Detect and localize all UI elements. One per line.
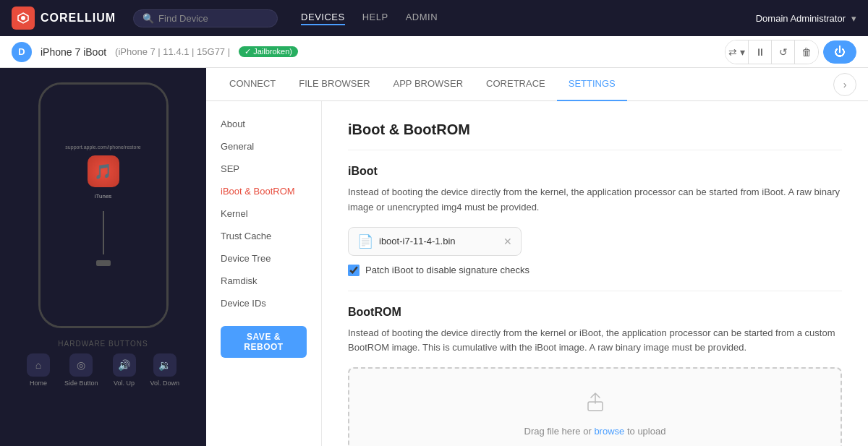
top-navigation: CORELLIUM 🔍 DEVICES HELP ADMIN Domain Ad… [0,0,868,36]
content-row: About General SEP iBoot & BootROM Kernel… [206,101,868,446]
phone-screen: support.apple.com/iphone/restore 🎵 iTune… [41,85,166,326]
usb-cable [103,211,104,254]
phone-frame: support.apple.com/iphone/restore 🎵 iTune… [38,82,169,328]
nav-link-devices[interactable]: DEVICES [301,12,345,25]
tab-coretrace[interactable]: CORETRACE [475,68,557,101]
dropzone-drag-text: Drag file here or [524,426,592,437]
vol-up-icon: 🔊 [113,353,136,377]
settings-sidebar: About General SEP iBoot & BootROM Kernel… [206,101,322,446]
home-icon: ⌂ [27,353,50,377]
home-label: Home [30,379,47,387]
sidebar-item-sep[interactable]: SEP [206,158,321,180]
itunes-icon: 🎵 [88,155,119,187]
tab-connect[interactable]: CONNECT [218,68,287,101]
iboot-section-title: iBoot [348,165,842,178]
bootrom-section: BootROM Instead of booting the device di… [348,306,842,446]
settings-content: iBoot & BootROM iBoot Instead of booting… [322,101,868,446]
vol-up-hw-button[interactable]: 🔊 Vol. Up [113,353,136,387]
iboot-checkbox[interactable] [348,265,359,276]
delete-button[interactable]: 🗑 [795,40,818,64]
file-icon: 📄 [357,233,373,249]
device-panel: support.apple.com/iphone/restore 🎵 iTune… [0,68,206,446]
itunes-label: iTunes [95,193,112,200]
tabs-bar: CONNECT FILE BROWSER APP BROWSER CORETRA… [206,68,868,101]
sidebar-item-iboot-bootrom[interactable]: iBoot & BootROM [206,180,321,202]
logo-text: CORELLIUM [41,12,116,25]
main-layout: support.apple.com/iphone/restore 🎵 iTune… [0,68,868,446]
device-meta: (iPhone 7 | 11.4.1 | 15G77 | [115,46,230,57]
side-label: Side Button [64,379,98,387]
iboot-description: Instead of booting the device directly f… [348,185,842,215]
sidebar-item-general[interactable]: General [206,135,321,158]
search-input[interactable] [158,13,260,24]
page-title: iBoot & BootROM [348,121,842,150]
iboot-checkbox-row: Patch iBoot to disable signature checks [348,265,842,276]
vol-down-hw-button[interactable]: 🔉 Vol. Down [150,353,180,387]
sidebar-item-device-tree[interactable]: Device Tree [206,247,321,270]
jailbreak-badge: ✓ Jailbroken) [239,46,298,57]
nav-link-help[interactable]: HELP [362,12,388,25]
bootrom-section-title: BootROM [348,306,842,319]
user-menu[interactable]: Domain Administrator ▾ [756,13,856,24]
hardware-buttons-label: HARDWARE BUTTONS [58,340,148,348]
tab-settings[interactable]: SETTINGS [557,68,627,101]
sidebar-item-kernel[interactable]: Kernel [206,202,321,225]
device-actions: ⇄ ▾ ⏸ ↺ 🗑 ⏻ [725,40,856,64]
svg-point-1 [21,16,25,20]
save-reboot-button[interactable]: SAVE & REBOOT [221,326,307,358]
pause-button[interactable]: ⏸ [749,40,772,64]
avatar: D [12,42,32,62]
section-divider [348,291,842,291]
user-label: Domain Administrator [756,13,846,24]
sidebar-item-about[interactable]: About [206,113,321,135]
tab-more-button[interactable]: › [833,73,856,96]
iboot-file-name: iboot-i7-11-4-1.bin [379,236,498,246]
home-hw-button[interactable]: ⌂ Home [27,353,50,387]
nav-link-admin[interactable]: ADMIN [406,12,438,25]
nav-links: DEVICES HELP ADMIN [301,12,438,25]
logo: CORELLIUM [12,7,116,30]
content-area: CONNECT FILE BROWSER APP BROWSER CORETRA… [206,68,868,446]
vol-down-icon: 🔉 [153,353,176,377]
vol-up-label: Vol. Up [114,379,135,387]
power-button[interactable]: ⏻ [823,40,856,64]
iboot-file-remove[interactable]: ✕ [503,236,512,247]
search-bar[interactable]: 🔍 [133,9,278,27]
device-bar: D iPhone 7 iBoot (iPhone 7 | 11.4.1 | 15… [0,36,868,68]
search-icon: 🔍 [142,13,154,24]
device-name: iPhone 7 iBoot [41,46,106,58]
side-hw-button[interactable]: ◎ Side Button [64,353,98,387]
sidebar-item-ramdisk[interactable]: Ramdisk [206,270,321,292]
side-button-icon: ◎ [69,353,93,377]
iboot-checkbox-label: Patch iBoot to disable signature checks [365,265,529,275]
device-action-group: ⇄ ▾ ⏸ ↺ 🗑 [725,40,819,64]
dropzone-browse-link[interactable]: browse [594,426,624,437]
sidebar-item-device-ids[interactable]: Device IDs [206,292,321,314]
upload-icon [582,389,608,420]
bootrom-description: Instead of booting the device directly f… [348,326,842,356]
bootrom-dropzone[interactable]: Drag file here or browse to upload [348,367,842,446]
tab-file-browser[interactable]: FILE BROWSER [287,68,381,101]
hardware-buttons: ⌂ Home ◎ Side Button 🔊 Vol. Up 🔉 Vol. Do… [27,353,179,387]
iboot-file-upload: 📄 iboot-i7-11-4-1.bin ✕ [348,227,522,256]
logo-icon [12,7,35,30]
connect-button[interactable]: ⇄ ▾ [726,40,749,64]
dropzone-text: Drag file here or browse to upload [524,426,666,437]
restore-url: support.apple.com/iphone/restore [65,145,140,150]
usb-connector [96,260,111,266]
dropzone-suffix-text: to upload [627,426,666,437]
sidebar-item-trust-cache[interactable]: Trust Cache [206,225,321,247]
tab-app-browser[interactable]: APP BROWSER [382,68,475,101]
chevron-down-icon: ▾ [851,13,856,24]
vol-down-label: Vol. Down [150,379,180,387]
refresh-button[interactable]: ↺ [772,40,795,64]
